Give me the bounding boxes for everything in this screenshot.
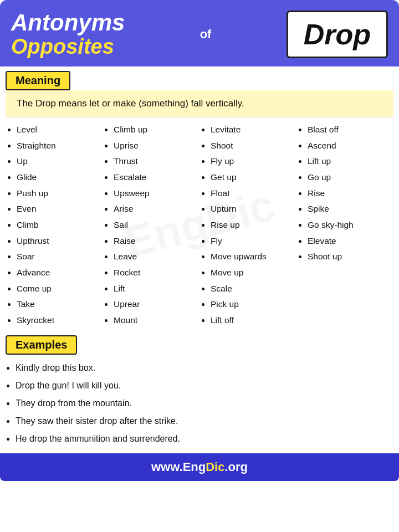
footer-url-dic: Dic <box>206 460 224 474</box>
footer: www.EngDic.org <box>0 453 399 481</box>
list-item: Ascend <box>308 138 391 154</box>
list-item: Spike <box>308 201 391 217</box>
list-item: Arise <box>114 201 197 217</box>
col-4: Blast offAscendLift upGo upRiseSpikeGo s… <box>296 122 393 329</box>
header: Antonyms Opposites of Drop <box>0 0 399 66</box>
list-item: Float <box>211 186 294 202</box>
list-item: Move up <box>211 265 294 281</box>
list-item: Upturn <box>211 201 294 217</box>
word-columns: LevelStraightenUpGlidePush upEvenClimbUp… <box>6 122 393 329</box>
list-item: Thrust <box>114 154 197 170</box>
footer-url-www: www. <box>151 460 183 474</box>
list-item: Raise <box>114 233 197 249</box>
col-1: LevelStraightenUpGlidePush upEvenClimbUp… <box>6 122 103 329</box>
meaning-box: The Drop means let or make (something) f… <box>6 90 393 117</box>
meaning-label: Meaning <box>6 71 70 90</box>
list-item: Rocket <box>114 265 197 281</box>
of-label: of <box>200 27 212 42</box>
list-item: Skyrocket <box>17 313 100 329</box>
list-item: Soar <box>17 249 100 265</box>
list-item: Get up <box>211 170 294 186</box>
list-item: Come up <box>17 281 100 297</box>
opposites-title: Opposites <box>11 35 125 59</box>
list-item: Climb <box>17 217 100 233</box>
list-item: Lift up <box>308 154 391 170</box>
list-item: Take <box>17 296 100 313</box>
list-item: Rise <box>308 186 391 202</box>
footer-url-org: .org <box>224 460 248 474</box>
list-item: Drop the gun! I will kill you. <box>16 377 389 395</box>
meaning-label-row: Meaning <box>0 66 399 90</box>
list-item: Elevate <box>308 233 391 249</box>
word-list-section: EngDic LevelStraightenUpGlidePush upEven… <box>0 117 399 331</box>
list-item: Rise up <box>211 217 294 233</box>
list-item: Shoot <box>211 138 294 154</box>
list-item: Uprear <box>114 296 197 313</box>
list-item: Up <box>17 154 100 170</box>
list-item: They saw their sister drop after the str… <box>16 412 389 430</box>
list-item: Climb up <box>114 122 197 138</box>
meaning-text: The Drop means let or make (something) f… <box>17 98 244 109</box>
col-2: Climb upUpriseThrustEscalateUpsweepArise… <box>103 122 200 329</box>
header-left: Antonyms Opposites <box>11 10 125 59</box>
list-item: Pick up <box>211 296 294 313</box>
examples-label: Examples <box>6 335 77 355</box>
list-item: Straighten <box>17 138 100 154</box>
word-box: Drop <box>287 11 388 58</box>
list-item: Sail <box>114 217 197 233</box>
col-3: LevitateShootFly upGet upFloatUpturnRise… <box>200 122 296 329</box>
footer-url-eng: Eng <box>183 460 206 474</box>
list-item: Escalate <box>114 170 197 186</box>
antonyms-title: Antonyms <box>11 10 125 35</box>
list-item: Scale <box>211 281 294 297</box>
list-item: Kindly drop this box. <box>16 359 389 377</box>
list-item: Move upwards <box>211 249 294 265</box>
list-item: Go up <box>308 170 391 186</box>
list-item: Shoot up <box>308 249 391 265</box>
list-item: Uprise <box>114 138 197 154</box>
list-item: Fly <box>211 233 294 249</box>
list-item: Levitate <box>211 122 294 138</box>
list-item: Advance <box>17 265 100 281</box>
list-item: Upthrust <box>17 233 100 249</box>
list-item: He drop the ammunition and surrendered. <box>16 430 389 448</box>
list-item: Fly up <box>211 154 294 170</box>
list-item: Lift off <box>211 313 294 329</box>
list-item: Lift <box>114 281 197 297</box>
list-item: They drop from the mountain. <box>16 395 389 412</box>
examples-label-row: Examples <box>0 331 399 355</box>
list-item: Blast off <box>308 122 391 138</box>
list-item: Upsweep <box>114 186 197 202</box>
list-item: Push up <box>17 186 100 202</box>
list-item: Glide <box>17 170 100 186</box>
list-item: Mount <box>114 313 197 329</box>
list-item: Level <box>17 122 100 138</box>
list-item: Even <box>17 201 100 217</box>
list-item: Go sky-high <box>308 217 391 233</box>
list-item: Leave <box>114 249 197 265</box>
examples-list: Kindly drop this box.Drop the gun! I wil… <box>0 355 399 453</box>
